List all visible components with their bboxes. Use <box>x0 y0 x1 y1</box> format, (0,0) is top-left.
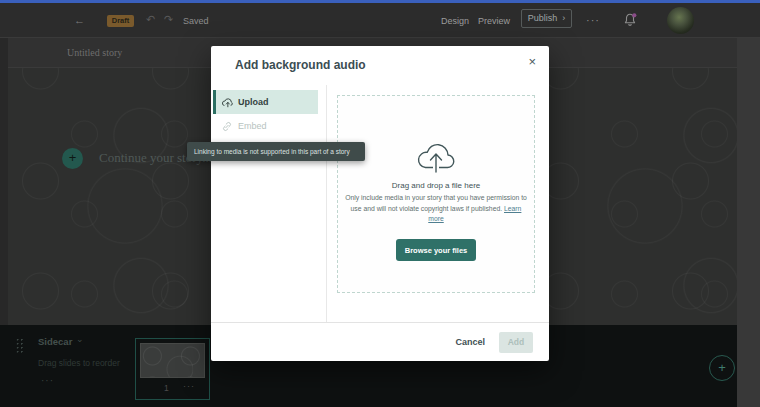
nav-preview[interactable]: Preview <box>478 16 510 26</box>
publish-chevron-icon: › <box>562 13 565 23</box>
file-dropzone[interactable]: Drag and drop a file here Only include m… <box>337 95 535 293</box>
drag-handle-icon[interactable] <box>16 338 24 353</box>
slide-item[interactable]: 1 ··· <box>135 338 210 400</box>
back-button[interactable]: ← <box>74 14 85 26</box>
slide-more-button[interactable]: ··· <box>183 381 195 391</box>
link-icon <box>221 121 233 132</box>
story-title[interactable]: Untitled story <box>67 38 122 68</box>
embed-disabled-tooltip: Linking to media is not supported in thi… <box>187 142 365 161</box>
add-block-button[interactable]: + <box>62 148 83 169</box>
close-icon[interactable]: × <box>528 55 536 68</box>
section-more-button[interactable]: ··· <box>41 375 54 386</box>
modal-body: Upload Embed Drag and drop a file here O… <box>211 85 549 322</box>
section-label[interactable]: Sidecar <box>38 336 72 347</box>
tab-upload-label: Upload <box>238 97 269 107</box>
notifications-bell-icon[interactable] <box>622 12 638 28</box>
browse-files-button[interactable]: Browse your files <box>396 239 477 261</box>
dropzone-note: Only include media in your story that yo… <box>344 193 528 225</box>
add-slide-button[interactable]: + <box>709 355 735 381</box>
slide-number: 1 <box>164 383 169 393</box>
page-gutter <box>737 38 760 407</box>
redo-icon[interactable]: ↷ <box>164 13 173 26</box>
undo-icon[interactable]: ↶ <box>146 13 155 26</box>
upload-icon <box>221 97 233 108</box>
header-more-button[interactable]: ··· <box>586 14 600 26</box>
draft-status-badge: Draft <box>107 15 134 27</box>
app-window: ← Draft ↶ ↷ Saved Design Preview Publish… <box>0 0 760 407</box>
nav-design[interactable]: Design <box>441 16 469 26</box>
tab-embed-label: Embed <box>238 121 267 131</box>
slide-thumbnail[interactable] <box>140 343 205 378</box>
add-button-disabled[interactable]: Add <box>499 332 533 353</box>
publish-button[interactable]: Publish› <box>521 9 572 28</box>
tab-embed[interactable]: Embed <box>213 114 318 138</box>
modal-footer: Cancel Add <box>211 322 549 361</box>
editor-header: ← Draft ↶ ↷ Saved Design Preview Publish… <box>0 3 760 38</box>
modal-title: Add background audio <box>235 58 366 72</box>
saved-status-label: Saved <box>183 16 209 26</box>
add-background-audio-modal: Add background audio × Upload Embed <box>211 46 549 361</box>
chevron-down-icon[interactable]: ⌄ <box>76 334 84 344</box>
upload-cloud-icon <box>413 139 459 175</box>
dropzone-heading: Drag and drop a file here <box>392 181 481 190</box>
user-avatar[interactable] <box>667 7 694 34</box>
modal-tab-column: Upload Embed <box>211 85 327 322</box>
cancel-button[interactable]: Cancel <box>455 337 485 347</box>
reorder-hint: Drag slides to reorder <box>38 358 120 368</box>
tab-upload[interactable]: Upload <box>213 90 318 114</box>
